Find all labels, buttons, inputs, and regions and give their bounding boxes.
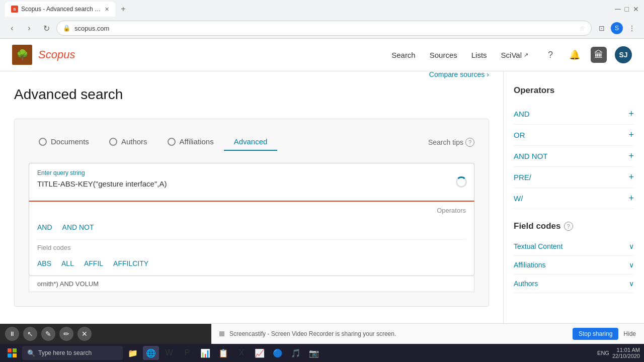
loading-spinner [456, 176, 467, 188]
notifications-button[interactable]: 🔔 [567, 47, 583, 63]
taskbar-app6[interactable]: 📋 [215, 346, 231, 360]
back-button[interactable]: ‹ [5, 21, 19, 35]
operator-or-item[interactable]: OR + [514, 125, 634, 146]
affiliations-radio[interactable] [168, 138, 176, 146]
documents-radio[interactable] [39, 138, 47, 146]
autocomplete-operators: AND AND NOT [29, 219, 474, 239]
profile-button[interactable]: S [611, 22, 623, 34]
operator-andnot-plus-icon: + [628, 151, 634, 161]
taskbar-app5[interactable]: 📊 [197, 346, 213, 360]
window-minimize[interactable]: ─ [615, 5, 620, 14]
operator-w-label: W/ [514, 194, 628, 203]
stop-sharing-button[interactable]: Stop sharing [573, 328, 618, 340]
taskbar-app7[interactable]: X [233, 346, 250, 360]
operator-and[interactable]: AND [37, 223, 52, 231]
help-button[interactable]: ? [542, 47, 558, 63]
nav-scival[interactable]: SciVal ↗ [501, 51, 528, 59]
taskbar-word[interactable]: W [161, 346, 177, 360]
operator-and-item[interactable]: AND + [514, 104, 634, 125]
institution-button[interactable]: 🏛 [591, 47, 607, 63]
search-container: Documents Authors Affiliations Advanced … [14, 119, 489, 307]
eng-indicator: ENG [597, 350, 609, 356]
tab-close-button[interactable]: ✕ [105, 6, 109, 13]
content-area: Advanced search Compare sources › Docume… [0, 71, 503, 362]
highlight-button[interactable]: ✏ [59, 327, 73, 341]
search-tips-link[interactable]: Search tips ? [428, 138, 474, 147]
taskbar: 🔍 Type here to search 📁 🌐 W P 📊 📋 X 📈 🔵 … [0, 344, 644, 362]
chevron-right-icon: › [487, 70, 489, 78]
tab-authors[interactable]: Authors [99, 133, 157, 151]
taskbar-powerpoint[interactable]: P [179, 346, 195, 360]
authors-radio[interactable] [109, 138, 117, 146]
taskbar-search[interactable]: 🔍 Type here to search [22, 346, 123, 360]
search-tabs: Documents Authors Affiliations Advanced … [29, 133, 474, 151]
query-input-area[interactable]: Enter query string TITLE-ABS-KEY("gestur… [29, 163, 474, 202]
taskbar-app10[interactable]: 🎵 [288, 346, 304, 360]
tab-advanced[interactable]: Advanced [224, 133, 278, 151]
address-bar[interactable]: 🔒 scopus.com ☆ [56, 21, 592, 36]
operators-section-title: Operators [514, 85, 634, 96]
taskbar-app11[interactable]: 📷 [306, 346, 322, 360]
refresh-button[interactable]: ↻ [39, 21, 53, 35]
operator-and-not[interactable]: AND NOT [62, 223, 94, 231]
title-bar: S Scopus - Advanced search | Signed... ✕… [0, 0, 644, 18]
screen-recorder-controls: ⏸ ↖ ✎ ✏ ✕ [0, 324, 211, 344]
field-authors[interactable]: Authors ∨ [514, 275, 634, 293]
pause-button[interactable]: ⏸ [5, 327, 19, 341]
hide-button[interactable]: Hide [623, 330, 636, 337]
window-close[interactable]: ✕ [633, 5, 639, 13]
field-codes-help-icon[interactable]: ? [564, 222, 573, 231]
cursor-button[interactable]: ↖ [23, 327, 37, 341]
browser-tab[interactable]: S Scopus - Advanced search | Signed... ✕ [5, 2, 115, 17]
browser-chrome: S Scopus - Advanced search | Signed... ✕… [0, 0, 644, 39]
forward-button[interactable]: › [22, 21, 36, 35]
taskbar-chrome[interactable]: 🌐 [143, 346, 159, 360]
field-affilcity[interactable]: AFFILCITY [113, 259, 148, 267]
svg-rect-0 [8, 348, 12, 352]
recording-dot [219, 331, 224, 336]
field-affil[interactable]: AFFIL [84, 259, 103, 267]
header-icons: ? 🔔 🏛 SJ [542, 46, 632, 63]
operator-andnot-item[interactable]: AND NOT + [514, 146, 634, 167]
textual-content-chevron-icon: ∨ [629, 242, 634, 250]
tab-title: Scopus - Advanced search | Signed... [21, 6, 102, 13]
logo-tree-icon: 🌳 [12, 45, 32, 65]
user-avatar[interactable]: SJ [615, 46, 632, 63]
start-button[interactable] [4, 346, 20, 360]
field-codes-section: Field codes ? Textual Content ∨ Affiliat… [514, 221, 634, 293]
nav-sources[interactable]: Sources [430, 51, 457, 59]
nav-search[interactable]: Search [391, 51, 416, 59]
screencastify-message: Screencastify - Screen Video Recorder is… [229, 330, 396, 337]
search-tips-help-icon[interactable]: ? [465, 138, 474, 147]
compare-sources-link[interactable]: Compare sources › [429, 70, 489, 78]
window-maximize[interactable]: □ [625, 5, 629, 13]
field-all[interactable]: ALL [61, 259, 74, 267]
logo-text: Scopus [38, 48, 75, 61]
app-header: 🌳 Scopus Search Sources Lists SciVal ↗ ?… [0, 39, 644, 71]
screencastify-notification: Screencastify - Screen Video Recorder is… [211, 323, 644, 344]
menu-button[interactable]: ⋮ [625, 21, 639, 35]
taskbar-apps: 📁 🌐 W P 📊 📋 X 📈 🔵 🎵 📷 [125, 346, 595, 360]
field-codes-label: Field codes [37, 244, 70, 251]
url-text: scopus.com [74, 25, 575, 32]
taskbar-app8[interactable]: 📈 [252, 346, 268, 360]
tab-affiliations[interactable]: Affiliations [157, 133, 224, 151]
field-abs[interactable]: ABS [37, 259, 51, 267]
stop-recording-button[interactable]: ✕ [77, 327, 92, 341]
svg-rect-1 [13, 348, 17, 352]
tab-affiliations-label: Affiliations [180, 137, 214, 146]
pen-button[interactable]: ✎ [41, 327, 55, 341]
operator-pre-item[interactable]: PRE/ + [514, 167, 634, 188]
field-codes-section-title: Field codes [514, 221, 561, 231]
nav-lists[interactable]: Lists [471, 51, 487, 59]
extensions-button[interactable]: ⊡ [595, 21, 609, 35]
field-textual-content[interactable]: Textual Content ∨ [514, 237, 634, 256]
operator-w-item[interactable]: W/ + [514, 188, 634, 209]
field-affiliations[interactable]: Affiliations ∨ [514, 256, 634, 275]
taskbar-app9[interactable]: 🔵 [270, 346, 286, 360]
taskbar-file-explorer[interactable]: 📁 [125, 346, 141, 360]
star-icon[interactable]: ☆ [579, 25, 585, 32]
query-text[interactable]: TITLE-ABS-KEY("gesture interface",A) [37, 179, 466, 195]
new-tab-button[interactable]: + [117, 3, 129, 15]
tab-documents[interactable]: Documents [29, 133, 99, 151]
